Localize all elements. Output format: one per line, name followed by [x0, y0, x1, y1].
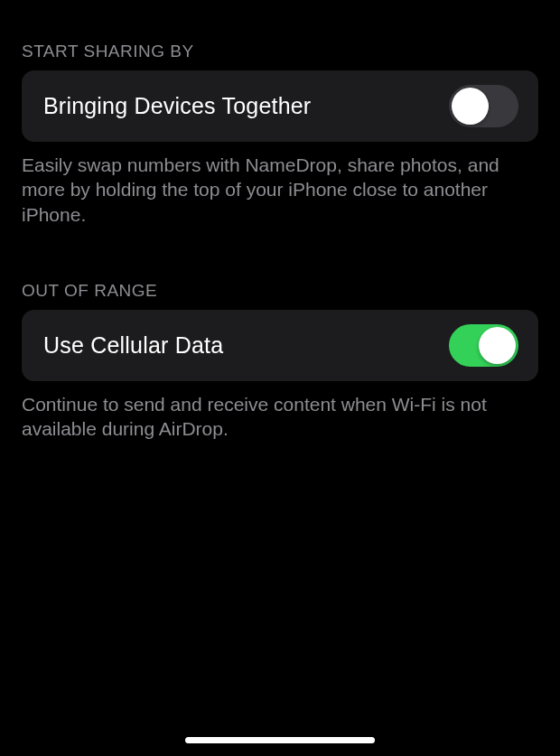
- toggle-bringing-devices-together[interactable]: [449, 85, 518, 127]
- toggle-knob-icon: [479, 327, 516, 364]
- footer-start-sharing: Easily swap numbers with NameDrop, share…: [0, 142, 560, 227]
- cell-bringing-devices-together[interactable]: Bringing Devices Together: [22, 70, 538, 142]
- cell-use-cellular-data[interactable]: Use Cellular Data: [22, 310, 538, 381]
- cell-label-use-cellular: Use Cellular Data: [43, 332, 223, 359]
- section-header-out-of-range: Out of Range: [0, 281, 560, 310]
- toggle-knob-icon: [452, 88, 489, 125]
- toggle-use-cellular-data[interactable]: [449, 324, 518, 367]
- footer-out-of-range: Continue to send and receive content whe…: [0, 381, 560, 442]
- section-header-start-sharing: Start Sharing By: [0, 42, 560, 70]
- home-indicator[interactable]: [185, 737, 375, 743]
- cell-label-bringing-devices: Bringing Devices Together: [43, 93, 311, 119]
